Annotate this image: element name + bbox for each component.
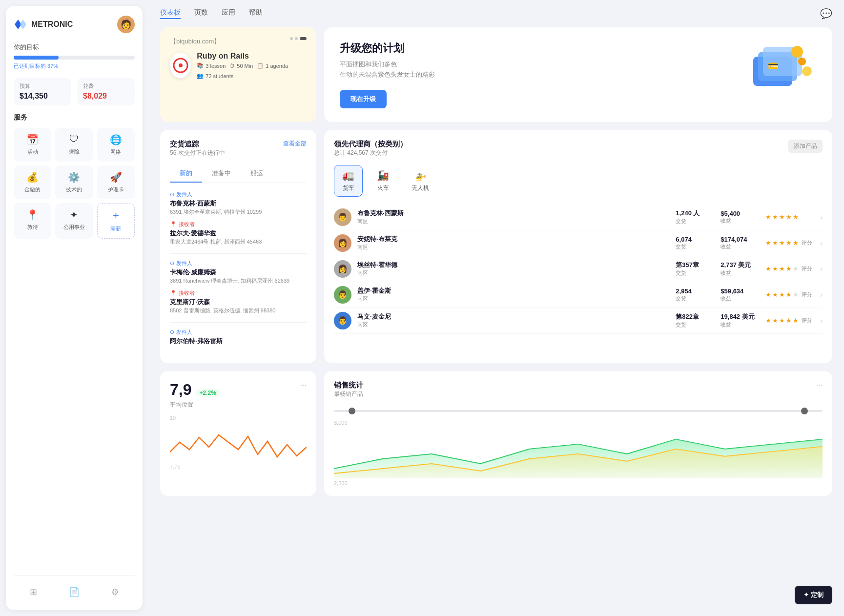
agent-revenue-2: $174,074 收益 (720, 236, 760, 250)
nav-dashboard[interactable]: 仪表板 (160, 8, 181, 19)
customize-button[interactable]: ✦ 定制 (795, 586, 832, 604)
agent-rating-3: ★★★★★ 评分 (765, 265, 814, 272)
upgrade-button[interactable]: 现在升级 (340, 90, 387, 108)
service-community-label: 公用事业 (63, 224, 85, 231)
agent-info-2: 安妮特·布莱克 南区 (357, 235, 670, 251)
logo-text: METRONIC (31, 20, 73, 29)
sidebar: METRONIC 🧑 你的目标 已达到目标的 37% 预算 $14,350 花费… (6, 6, 143, 610)
goal-percent-text: 已达到目标的 37% (14, 62, 135, 70)
agent-rating-4: ★★★★★ 评分 (765, 291, 814, 298)
service-tech[interactable]: ⚙️技术的 (55, 165, 93, 199)
agents-header: 领先代理商（按类别） 总计 424,567 次交付 添加产品 (334, 140, 823, 163)
course-students: 👥 72 students (197, 73, 233, 79)
upgrade-illustration: 💳 (739, 42, 817, 107)
view-all-link[interactable]: 查看全部 (283, 140, 307, 148)
receiver-name-1: 拉尔夫·爱德华兹 (170, 229, 307, 238)
file-icon[interactable]: 📄 (66, 584, 82, 600)
nav-help[interactable]: 帮助 (249, 8, 263, 19)
delivery-header: 交货追踪 56 次交付正在进行中 查看全部 (170, 140, 307, 163)
agent-avatar-4: 👨 (334, 286, 351, 304)
stats-chart (170, 423, 307, 462)
svg-point-8 (798, 58, 806, 65)
sales-title-group: 销售统计 最畅销产品 (334, 381, 363, 404)
service-community[interactable]: ✦公用事业 (55, 203, 93, 239)
dot-1 (290, 37, 293, 40)
layers-icon[interactable]: ⊞ (27, 584, 40, 600)
agents-title: 领先代理商（按类别） (334, 140, 407, 149)
agent-region-2: 南区 (357, 244, 670, 251)
delivery-item-3: ⊙ 发件人 阿尔伯特·弗洛雷斯 (170, 329, 307, 346)
delivery-item-2: ⊙ 发件人 卡梅伦·威廉姆森 3891 Ranchview 理查森博士, 加利福… (170, 260, 307, 314)
expense-value: $8,029 (83, 92, 129, 101)
bottom-row: 7,9 +2.2% 平均位置 ··· 10 7.75 (160, 371, 832, 496)
delivery-tab-shipping[interactable]: 船运 (241, 165, 273, 183)
cat-tab-truck[interactable]: 🚛 货车 (334, 165, 363, 197)
stats-number: 7,9 +2.2% (170, 381, 220, 399)
logo-icon (14, 18, 27, 31)
course-card: 【biqubiqu.com】 Ruby on Rails 📚 3 lesson (160, 27, 316, 122)
dot-3 (300, 37, 307, 40)
sales-chart (334, 430, 823, 478)
agent-arrow-1[interactable]: › (820, 213, 823, 221)
user-avatar[interactable]: 🧑 (117, 16, 135, 33)
agent-name-3: 埃丝特·霍华德 (357, 261, 670, 269)
delivery-tab-new[interactable]: 新的 (170, 165, 202, 183)
service-activity[interactable]: 📅活动 (14, 128, 51, 162)
sales-more-icon[interactable]: ··· (816, 381, 823, 390)
service-add[interactable]: +添新 (97, 203, 135, 239)
delivery-tab-preparing[interactable]: 准备中 (202, 165, 241, 183)
agent-name-4: 盖伊·霍金斯 (357, 287, 670, 295)
chat-icon[interactable]: 💬 (820, 8, 832, 20)
stats-more-icon[interactable]: ··· (300, 381, 307, 390)
service-finance[interactable]: 💰金融的 (14, 165, 51, 199)
add-product-button[interactable]: 添加产品 (788, 140, 823, 153)
agent-trades-5: 第822章 交货 (676, 312, 715, 329)
agents-subtitle: 总计 424,567 次交付 (334, 149, 407, 157)
agent-rating-2: ★★★★★ 评分 (765, 239, 814, 246)
expense-card: 花费 $8,029 (77, 78, 135, 105)
agent-arrow-5[interactable]: › (820, 317, 823, 325)
train-label: 火车 (377, 184, 389, 192)
stats-label: 平均位置 (170, 401, 220, 409)
delivery-divider-1 (170, 253, 307, 254)
service-insurance[interactable]: 🛡保险 (55, 128, 93, 162)
service-care[interactable]: 🚀护理卡 (97, 165, 135, 199)
range-thumb-left[interactable] (349, 408, 355, 414)
agent-name-5: 马文·麦金尼 (357, 312, 670, 321)
care-icon: 🚀 (110, 171, 122, 183)
upgrade-text: 升级您的计划 平面插图和我们多色 生动的未混合紫色头发女士的精彩 现在升级 (340, 41, 435, 108)
upgrade-card: 升级您的计划 平面插图和我们多色 生动的未混合紫色头发女士的精彩 现在升级 (324, 27, 832, 122)
nav-apps[interactable]: 应用 (222, 8, 235, 19)
agent-avatar-2: 👩 (334, 234, 351, 252)
sales-title: 销售统计 (334, 381, 363, 390)
agent-trades-3: 第357章 交货 (676, 261, 715, 277)
settings-icon[interactable]: ⚙ (108, 584, 122, 600)
agent-region-4: 南区 (357, 295, 670, 303)
sales-range-slider[interactable] (334, 406, 823, 416)
sales-subtitle: 最畅销产品 (334, 390, 363, 398)
cat-tab-drone[interactable]: 🚁 无人机 (403, 165, 437, 197)
range-thumb-right[interactable] (801, 408, 808, 414)
cat-tab-train[interactable]: 🚂 火车 (369, 165, 397, 197)
sidebar-footer: ⊞ 📄 ⚙ (14, 575, 135, 600)
service-network[interactable]: 🌐网络 (97, 128, 135, 162)
sender-name-3: 阿尔伯特·弗洛雷斯 (170, 337, 307, 346)
receiver-label-2: 📍 接收者 (170, 289, 307, 297)
service-finance-label: 金融的 (24, 186, 41, 193)
truck-icon: 🚛 (342, 169, 354, 181)
agent-arrow-3[interactable]: › (820, 265, 823, 273)
budget-row: 预算 $14,350 花费 $8,029 (14, 78, 135, 105)
nav-pages[interactable]: 页数 (194, 8, 208, 19)
course-agenda: 📋 1 agenda (257, 62, 288, 69)
receiver-address-1: 里家大道2464号 梅萨, 新泽西州 45463 (170, 238, 307, 246)
service-hospitality-label: 敦待 (27, 224, 38, 231)
goal-section: 你的目标 已达到目标的 37% (14, 43, 135, 70)
agent-arrow-4[interactable]: › (820, 291, 823, 299)
goal-title: 你的目标 (14, 43, 135, 52)
sidebar-header: METRONIC 🧑 (14, 16, 135, 33)
budget-value: $14,350 (20, 92, 65, 101)
top-navigation: 仪表板 页数 应用 帮助 💬 (148, 0, 844, 27)
agent-arrow-2[interactable]: › (820, 239, 823, 247)
train-icon: 🚂 (377, 169, 389, 181)
service-hospitality[interactable]: 📍敦待 (14, 203, 51, 239)
